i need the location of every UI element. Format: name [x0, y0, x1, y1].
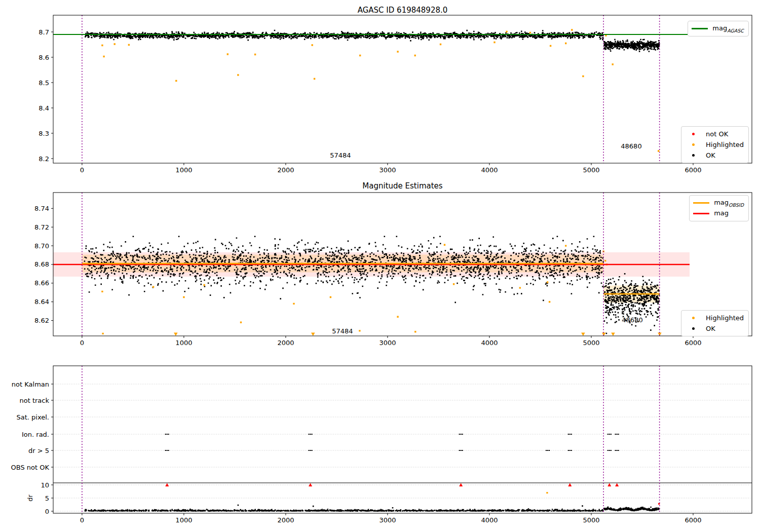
x-tick-label: 5000	[583, 166, 599, 174]
x-tick-label: 5000	[583, 516, 599, 524]
clipped-low-marker	[311, 333, 315, 336]
clipped-low-marker	[581, 333, 585, 336]
obsid-annotation-57484-mid: 57484	[332, 327, 353, 334]
y-tick-label: 8.6	[39, 54, 49, 61]
x-tick-label: 6000	[685, 516, 701, 524]
clipped-low-marker	[611, 333, 615, 336]
flag-row-label: Sat. pixel.	[17, 413, 49, 421]
dr-outliers-ok	[238, 505, 583, 509]
scatter-ok	[603, 39, 660, 52]
obsid-annotation-48680-top: 48680	[621, 142, 641, 150]
x-tick-label: 0	[80, 166, 84, 174]
highlighted-dot-icon	[685, 317, 701, 319]
y-tick-label: 8.5	[39, 79, 49, 87]
x-tick-label: 5000	[583, 339, 599, 347]
legend-label: OK	[706, 325, 715, 332]
dr-clipped-not-ok-marker	[309, 483, 312, 487]
dr-scatter-ok	[85, 508, 604, 512]
flag-row-label: Ion. rad.	[22, 431, 49, 438]
not-ok-dot-icon	[685, 133, 701, 135]
flag-row-label: not Kalman	[12, 381, 49, 388]
x-tick-label: 6000	[685, 166, 701, 174]
scatter-highlighted	[101, 29, 659, 151]
y-tick-label: 8.62	[34, 317, 49, 324]
x-tick-label: 3000	[379, 166, 396, 174]
y-tick-label: 8.4	[39, 104, 49, 112]
x-tick-label: 3000	[379, 516, 396, 524]
legend-entry-highlighted: Highlighted	[685, 139, 744, 150]
obsid-annotation-48680-mid: 48680	[622, 316, 642, 323]
y-tick-label: 8.70	[34, 242, 49, 250]
middle-plot-title: Magnitude Estimates	[53, 181, 752, 191]
axes-box	[53, 366, 752, 513]
legend-entry-mag-agasc: magAGASC	[692, 23, 744, 34]
x-tick-label: 3000	[379, 339, 396, 347]
clipped-low-marker	[174, 333, 178, 336]
scatter-ok	[85, 30, 604, 42]
dr-tick-label: 5	[45, 495, 49, 502]
x-tick-label: 4000	[481, 516, 498, 524]
y-tick-label: 8.7	[39, 28, 49, 36]
mag-agasc-line-swatch	[692, 28, 708, 29]
dr-axis-label: dr	[26, 495, 34, 502]
scatter-ok	[89, 275, 600, 303]
x-tick-label: 4000	[481, 339, 498, 347]
x-tick-label: 0	[80, 339, 84, 347]
legend-entry-ok: OK	[685, 323, 744, 334]
dr-scatter-ok	[603, 507, 660, 512]
x-tick-label: 0	[80, 516, 84, 524]
dr-tick-label: 10	[41, 481, 49, 489]
legend-entry-mag: mag	[693, 208, 744, 219]
dr-clipped-not-ok-marker	[165, 483, 169, 487]
x-tick-label: 2000	[277, 166, 294, 174]
legend-mag-agasc: magAGASC	[688, 21, 749, 36]
ok-dot-icon	[685, 154, 701, 157]
x-tick-label: 2000	[277, 516, 294, 524]
x-tick-label: 6000	[685, 339, 701, 347]
legend-entry-ok: OK	[685, 150, 744, 161]
x-tick-label: 1000	[175, 516, 192, 524]
legend-entry-highlighted: Highlighted	[685, 313, 744, 323]
legend-label: magAGASC	[712, 24, 744, 33]
x-tick-label: 1000	[175, 166, 192, 174]
dr-clipped-not-ok-marker	[607, 483, 611, 487]
x-tick-label: 1000	[175, 339, 192, 347]
flag-row-label: OBS not OK	[11, 464, 50, 471]
highlighted-dot-icon	[685, 143, 701, 146]
legend-mag-lines: magOBSID mag	[689, 195, 749, 221]
legend-label: mag	[714, 209, 729, 218]
legend-label: Highlighted	[706, 141, 744, 148]
dr-highlighted-point	[546, 492, 548, 493]
y-tick-label: 8.64	[34, 298, 49, 306]
legend-label: magOBSID	[714, 199, 744, 208]
mag-line-swatch	[693, 213, 709, 214]
obsid-annotation-57484-top: 57484	[330, 151, 351, 159]
y-tick-label: 8.72	[34, 223, 49, 231]
legend-entry-not-ok: not OK	[685, 129, 744, 139]
legend-label: not OK	[706, 130, 728, 138]
plots-canvas: 8.28.38.48.58.68.70100020003000400050006…	[0, 0, 760, 532]
y-tick-label: 8.74	[34, 205, 49, 212]
y-tick-label: 8.2	[39, 155, 49, 163]
figure: 8.28.38.48.58.68.70100020003000400050006…	[0, 0, 760, 532]
dr-tick-label: 0	[45, 508, 49, 515]
x-tick-label: 2000	[277, 339, 294, 347]
legend-label: OK	[706, 151, 715, 159]
y-tick-label: 8.3	[39, 130, 49, 137]
top-plot-title: AGASC ID 619848928.0	[53, 6, 752, 15]
y-tick-label: 8.66	[34, 279, 49, 287]
y-tick-label: 8.68	[34, 260, 49, 268]
flag-row-label: dr > 5	[28, 447, 49, 454]
legend-top-markers: not OK Highlighted OK	[681, 126, 749, 163]
ok-dot-icon	[685, 327, 701, 330]
legend-mid-markers: Highlighted OK	[681, 310, 749, 336]
mag-obsid-line-swatch	[693, 202, 709, 204]
flag-row-label: not track	[19, 397, 49, 404]
x-tick-label: 4000	[481, 166, 498, 174]
legend-entry-mag-obsid: magOBSID	[693, 198, 744, 208]
legend-label: Highlighted	[706, 314, 744, 322]
